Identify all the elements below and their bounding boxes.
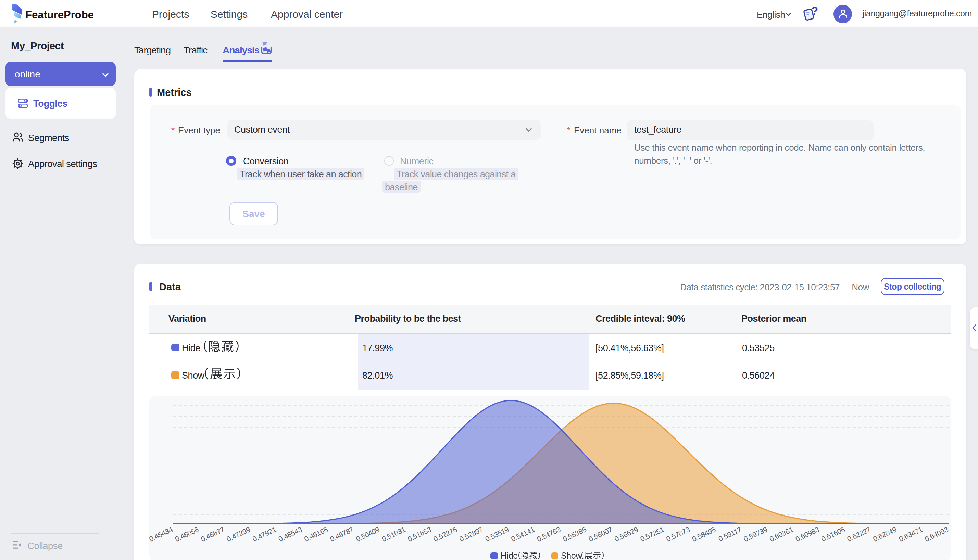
svg-text:0.52275: 0.52275 <box>432 525 458 543</box>
svg-text:0.64093: 0.64093 <box>923 525 950 543</box>
svg-text:0.54141: 0.54141 <box>510 525 536 543</box>
svg-text:0.59117: 0.59117 <box>717 525 743 543</box>
svg-text:0.52897: 0.52897 <box>458 525 484 543</box>
svg-text:0.62227: 0.62227 <box>846 525 872 543</box>
svg-text:0.50409: 0.50409 <box>355 525 381 543</box>
svg-text:0.47921: 0.47921 <box>251 525 277 543</box>
svg-text:0.60983: 0.60983 <box>794 525 820 543</box>
svg-text:0.57251: 0.57251 <box>639 525 665 543</box>
svg-text:0.54763: 0.54763 <box>536 525 562 543</box>
svg-text:0.46677: 0.46677 <box>200 525 226 543</box>
svg-text:0.58495: 0.58495 <box>691 525 717 543</box>
svg-text:0.56007: 0.56007 <box>587 525 613 543</box>
svg-text:0.57873: 0.57873 <box>665 525 691 543</box>
svg-text:0.46056: 0.46056 <box>174 525 200 543</box>
svg-text:0.60361: 0.60361 <box>768 525 794 543</box>
svg-text:0.49165: 0.49165 <box>303 525 329 543</box>
svg-text:0.61605: 0.61605 <box>820 525 846 543</box>
svg-text:0.53519: 0.53519 <box>484 525 510 543</box>
svg-text:0.55385: 0.55385 <box>562 525 587 543</box>
svg-text:0.45434: 0.45434 <box>148 525 174 543</box>
svg-text:0.51653: 0.51653 <box>406 525 432 543</box>
svg-text:0.51031: 0.51031 <box>381 525 406 543</box>
svg-text:0.47299: 0.47299 <box>225 525 251 543</box>
svg-text:0.49787: 0.49787 <box>329 525 355 543</box>
svg-text:0.59739: 0.59739 <box>743 525 768 543</box>
svg-text:0.63471: 0.63471 <box>898 525 923 543</box>
svg-text:0.62849: 0.62849 <box>872 525 898 543</box>
svg-text:0.48543: 0.48543 <box>277 525 303 543</box>
svg-text:0.56629: 0.56629 <box>613 525 639 543</box>
